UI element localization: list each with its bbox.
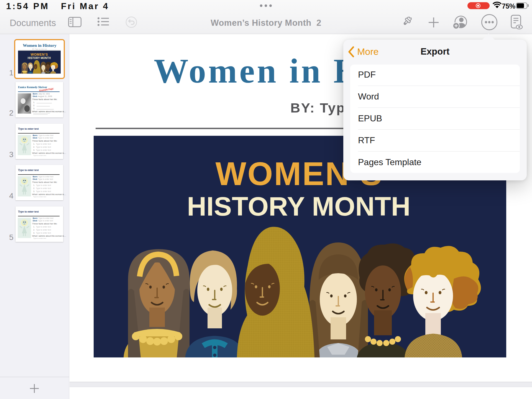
svg-text:HISTORY MONTH: HISTORY MONTH <box>187 191 411 221</box>
svg-text:HISTORY MONTH: HISTORY MONTH <box>28 57 51 60</box>
svg-text:WOMEN’S: WOMEN’S <box>31 53 48 57</box>
